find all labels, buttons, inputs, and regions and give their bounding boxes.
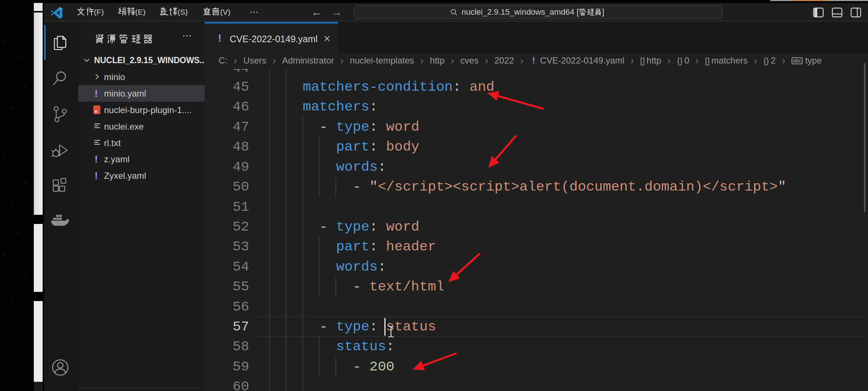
svg-text:0: 0	[2, 253, 5, 258]
svg-text:1: 1	[17, 367, 20, 372]
svg-text:1: 1	[17, 135, 20, 141]
svg-text:1: 1	[2, 154, 5, 159]
svg-text:0: 0	[24, 180, 27, 185]
svg-text:1: 1	[2, 341, 5, 347]
svg-text:1: 1	[24, 84, 27, 90]
svg-text:1: 1	[24, 275, 27, 280]
svg-text:0: 0	[17, 55, 20, 60]
svg-text:1: 1	[10, 29, 12, 35]
svg-text:0: 0	[10, 106, 12, 112]
svg-text:0: 0	[2, 40, 5, 46]
svg-text:0: 0	[10, 297, 12, 303]
svg-text:1: 1	[10, 202, 12, 207]
svg-text:0: 0	[17, 231, 20, 236]
svg-text:1: 1	[2, 69, 5, 75]
